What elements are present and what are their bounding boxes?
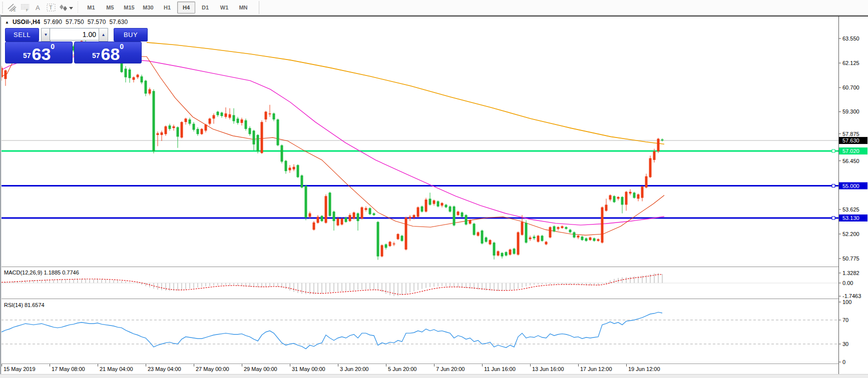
price-badge-label: 53.130 [842,215,859,221]
macd-scale-label: 1.3282 [842,270,859,276]
macd-label: MACD(12,26,9) 1.1885 0.7746 [4,270,79,276]
time-tick-label: 17 Jun 12:00 [580,366,612,372]
chart-title: ▲ USOil-,H4 57.690 57.750 57.570 57.630 [5,18,128,26]
time-tick-label: 5 Jun 20:00 [388,366,417,372]
rsi-label: RSI(14) 81.6574 [4,302,45,308]
price-tick-label: 62.125 [842,60,859,66]
volume-increase-button[interactable]: ▲ [99,28,108,42]
rsi-scale-label: 30 [842,341,848,347]
mt4-window: E F A T [0,0,868,378]
macd-scale-label: 0.00 [842,280,853,286]
ohlc-low: 57.570 [88,18,106,26]
sell-price-box[interactable]: 57 63 0 [5,42,73,64]
window-left-edge-highlight [1,16,2,374]
buy-price-small: 57 [92,52,100,60]
level-line-handle[interactable] [832,184,835,188]
time-tick-label: 23 May 04:00 [148,366,181,372]
price-badge-label: 55.000 [842,183,859,189]
level-line-handle[interactable] [832,150,835,152]
sell-price-big: 63 [32,46,51,62]
time-tick-label: 31 May 00:00 [292,366,325,372]
sell-price-small: 57 [23,52,31,60]
price-tick-label: 59.300 [842,108,859,114]
price-axis[interactable]: 63.55062.12560.70059.30057.87556.45053.6… [838,16,868,374]
price-badge-label: 57.630 [842,138,859,144]
ohlc-open: 57.690 [44,18,62,26]
rsi-scale-label: 100 [842,299,851,305]
price-tick-label: 56.450 [842,158,859,164]
ohlc-high: 57.750 [66,18,84,26]
time-tick-label: 3 Jun 20:00 [340,366,369,372]
volume-input[interactable] [50,28,100,40]
buy-price-sup: 0 [120,42,124,50]
time-tick-label: 29 May 00:00 [244,366,277,372]
price-badge-label: 57.020 [842,148,859,154]
time-tick-label: 11 Jun 16:00 [484,366,516,372]
time-tick-label: 17 May 08:00 [52,366,85,372]
time-tick-label: 15 May 2019 [4,366,36,372]
ohlc-close: 57.630 [109,18,128,26]
status-strip [0,374,868,378]
time-tick-label: 13 Jun 16:00 [532,366,564,372]
price-tick-label: 60.700 [842,84,859,90]
buy-price-big: 68 [101,46,120,62]
price-tick-label: 57.875 [842,131,859,137]
price-tick-label: 63.550 [842,36,859,42]
price-tick-label: 50.775 [842,256,859,262]
time-tick-label: 21 May 04:00 [100,366,133,372]
time-tick-label: 7 Jun 20:00 [436,366,465,372]
rsi-scale-label: 0 [842,359,845,365]
level-line-handle[interactable] [832,216,835,220]
price-tick-label: 53.625 [842,206,859,212]
time-tick-label: 19 Jun 12:00 [628,366,660,372]
macd-scale-label: -1.7463 [842,293,861,299]
price-tick-label: 52.200 [842,231,859,237]
time-tick-label: 27 May 00:00 [196,366,229,372]
collapse-arrow-icon[interactable]: ▲ [5,20,9,24]
sell-button[interactable]: SELL [5,28,39,42]
buy-price-box[interactable]: 57 68 0 [74,42,142,64]
sell-price-sup: 0 [51,42,55,50]
one-click-trade-panel: SELL ▼ ▲ BUY 57 63 0 57 68 0 [5,28,147,64]
buy-button[interactable]: BUY [114,28,148,42]
rsi-scale-label: 70 [842,317,848,323]
symbol-label: USOil-,H4 [13,18,40,26]
